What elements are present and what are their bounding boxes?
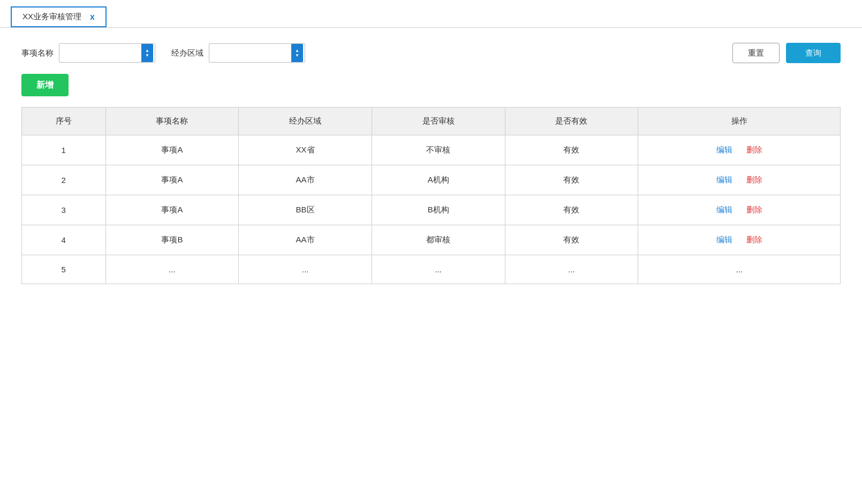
region-label: 经办区域 — [171, 48, 203, 58]
cell-ops: 编辑删除 — [638, 135, 841, 165]
cell-ops: 编辑删除 — [638, 195, 841, 225]
tab-close-button[interactable]: x — [90, 12, 95, 22]
tab-bar: XX业务审核管理 x — [0, 0, 862, 28]
col-header-audit: 是否审核 — [372, 108, 505, 135]
cell-valid: 有效 — [505, 225, 638, 255]
cell-ops: ... — [638, 255, 841, 284]
cell-audit: 都审核 — [372, 225, 505, 255]
cell-item-name: 事项A — [105, 165, 239, 195]
delete-button[interactable]: 删除 — [742, 175, 767, 185]
cell-audit: A机构 — [372, 165, 505, 195]
delete-button[interactable]: 删除 — [742, 205, 767, 215]
cell-region: BB区 — [239, 195, 372, 225]
tab-label: XX业务审核管理 — [22, 12, 81, 22]
region-select[interactable]: XX省 AA市 BB区 — [209, 43, 305, 63]
col-header-id: 序号 — [22, 108, 106, 135]
cell-audit: B机构 — [372, 195, 505, 225]
cell-id: 5 — [22, 255, 106, 284]
cell-id: 2 — [22, 165, 106, 195]
table-row: 3事项ABB区B机构有效编辑删除 — [22, 195, 841, 225]
cell-valid: ... — [505, 255, 638, 284]
table-row: 2事项AAA市A机构有效编辑删除 — [22, 165, 841, 195]
delete-button[interactable]: 删除 — [742, 235, 767, 245]
edit-button[interactable]: 编辑 — [712, 235, 737, 245]
item-name-label: 事项名称 — [21, 48, 54, 58]
col-header-valid: 是否有效 — [505, 108, 638, 135]
cell-region: ... — [239, 255, 372, 284]
search-area: 事项名称 事项A 事项B 经办区域 XX省 AA市 BB区 重置 查询 — [0, 28, 862, 74]
cell-valid: 有效 — [505, 165, 638, 195]
cell-region: XX省 — [239, 135, 372, 165]
col-header-item-name: 事项名称 — [105, 108, 239, 135]
item-name-select-wrapper: 事项A 事项B — [59, 43, 155, 63]
cell-item-name: 事项A — [105, 195, 239, 225]
edit-button[interactable]: 编辑 — [712, 205, 737, 215]
col-header-region: 经办区域 — [239, 108, 372, 135]
region-select-wrapper: XX省 AA市 BB区 — [209, 43, 305, 63]
item-name-select[interactable]: 事项A 事项B — [59, 43, 155, 63]
edit-button[interactable]: 编辑 — [712, 175, 737, 185]
cell-valid: 有效 — [505, 135, 638, 165]
reset-button[interactable]: 重置 — [732, 43, 780, 63]
col-header-ops: 操作 — [638, 108, 841, 135]
cell-item-name: 事项A — [105, 135, 239, 165]
table-area: 序号 事项名称 经办区域 是否审核 是否有效 操作 1事项AXX省不审核有效编辑… — [0, 107, 862, 306]
delete-button[interactable]: 删除 — [742, 145, 767, 155]
cell-id: 3 — [22, 195, 106, 225]
cell-region: AA市 — [239, 165, 372, 195]
cell-audit: 不审核 — [372, 135, 505, 165]
cell-item-name: ... — [105, 255, 239, 284]
table-row: 4事项BAA市都审核有效编辑删除 — [22, 225, 841, 255]
cell-id: 4 — [22, 225, 106, 255]
edit-button[interactable]: 编辑 — [712, 145, 737, 155]
cell-ops: 编辑删除 — [638, 225, 841, 255]
table-row: 1事项AXX省不审核有效编辑删除 — [22, 135, 841, 165]
data-table: 序号 事项名称 经办区域 是否审核 是否有效 操作 1事项AXX省不审核有效编辑… — [21, 107, 841, 284]
cell-audit: ... — [372, 255, 505, 284]
region-group: 经办区域 XX省 AA市 BB区 — [171, 43, 305, 63]
table-row: 5............... — [22, 255, 841, 284]
action-buttons: 重置 查询 — [732, 43, 841, 63]
query-button[interactable]: 查询 — [786, 43, 841, 63]
tab-item-main[interactable]: XX业务审核管理 x — [11, 6, 107, 27]
cell-ops: 编辑删除 — [638, 165, 841, 195]
table-header-row: 序号 事项名称 经办区域 是否审核 是否有效 操作 — [22, 108, 841, 135]
item-name-group: 事项名称 事项A 事项B — [21, 43, 155, 63]
cell-item-name: 事项B — [105, 225, 239, 255]
cell-valid: 有效 — [505, 195, 638, 225]
cell-id: 1 — [22, 135, 106, 165]
cell-region: AA市 — [239, 225, 372, 255]
add-button[interactable]: 新增 — [21, 74, 69, 96]
add-area: 新增 — [0, 74, 862, 107]
